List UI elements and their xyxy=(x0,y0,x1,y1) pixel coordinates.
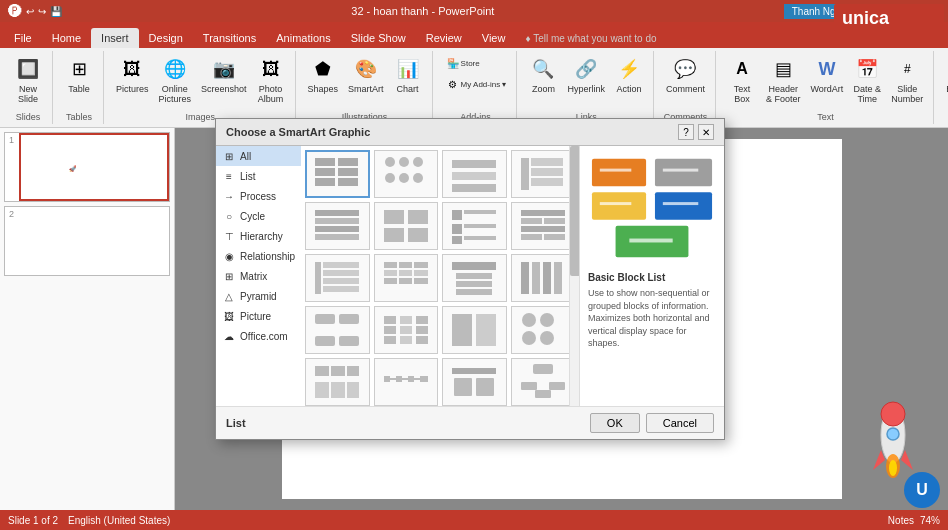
graphic-item-12[interactable] xyxy=(511,254,576,302)
smartart-dialog[interactable]: Choose a SmartArt Graphic ? ✕ ⊞ All ≡ Li… xyxy=(215,118,725,440)
pyramid-icon: △ xyxy=(222,289,236,303)
graphic-item-5[interactable] xyxy=(305,202,369,250)
tab-file[interactable]: File xyxy=(4,28,42,48)
preview-title: Basic Block List xyxy=(588,272,716,283)
zoom-level: 74% xyxy=(920,515,940,526)
graphic-item-19[interactable] xyxy=(442,358,506,406)
ok-button[interactable]: OK xyxy=(590,413,640,433)
tab-animations[interactable]: Animations xyxy=(266,28,340,48)
graphic-item-14[interactable] xyxy=(374,306,438,354)
table-button[interactable]: ⊞ Table xyxy=(61,53,97,96)
screenshot-button[interactable]: 📷 Screenshot xyxy=(197,53,251,96)
graphic-item-20[interactable] xyxy=(511,358,576,406)
dialog-close-button[interactable]: ✕ xyxy=(698,124,714,140)
online-pictures-button[interactable]: 🌐 OnlinePictures xyxy=(155,53,196,106)
ribbon-group-images: 🖼 Pictures 🌐 OnlinePictures 📷 Screenshot… xyxy=(106,51,296,124)
quick-access-undo[interactable]: ↩ xyxy=(26,6,34,17)
category-hierarchy[interactable]: ⊤ Hierarchy xyxy=(216,226,301,246)
tab-transitions[interactable]: Transitions xyxy=(193,28,266,48)
svg-rect-117 xyxy=(663,202,698,205)
svg-rect-51 xyxy=(323,270,359,276)
maximize-button[interactable]: □ xyxy=(896,4,915,19)
category-all[interactable]: ⊞ All xyxy=(216,146,301,166)
svg-point-89 xyxy=(540,331,554,345)
tab-home[interactable]: Home xyxy=(42,28,91,48)
svg-rect-92 xyxy=(347,366,359,376)
graphic-item-1[interactable] xyxy=(305,150,369,198)
header-footer-button[interactable]: ▤ Header& Footer xyxy=(762,53,805,106)
language-indicator: English (United States) xyxy=(68,515,170,526)
dialog-help-button[interactable]: ? xyxy=(678,124,694,140)
graphic-item-11[interactable] xyxy=(442,254,506,302)
cancel-button[interactable]: Cancel xyxy=(646,413,714,433)
store-button[interactable]: 🏪 Store xyxy=(441,53,484,73)
svg-rect-69 xyxy=(543,262,551,294)
ribbon-group-tables: ⊞ Table Tables xyxy=(55,51,104,124)
svg-rect-26 xyxy=(531,158,563,166)
textbox-button[interactable]: A TextBox xyxy=(724,53,760,106)
chart-button[interactable]: 📊 Chart xyxy=(390,53,426,96)
my-addins-button[interactable]: ⚙ My Add-ins ▾ xyxy=(441,74,511,94)
graphic-item-9[interactable] xyxy=(305,254,369,302)
category-cycle[interactable]: ○ Cycle xyxy=(216,206,301,226)
graphic-item-17[interactable] xyxy=(305,358,369,406)
tab-tell-me[interactable]: ♦ Tell me what you want to do xyxy=(515,29,666,48)
graphic-item-10[interactable] xyxy=(374,254,438,302)
shapes-button[interactable]: ⬟ Shapes xyxy=(304,53,343,96)
graphic-item-16[interactable] xyxy=(511,306,576,354)
slide-number-button[interactable]: # SlideNumber xyxy=(887,53,927,106)
close-button[interactable]: ✕ xyxy=(919,4,940,19)
graphic-item-3[interactable] xyxy=(442,150,506,198)
tab-insert[interactable]: Insert xyxy=(91,28,139,48)
svg-rect-46 xyxy=(521,226,565,232)
category-list[interactable]: ≡ List xyxy=(216,166,301,186)
svg-rect-114 xyxy=(655,159,712,187)
tab-view[interactable]: View xyxy=(472,28,516,48)
equation-button[interactable]: π Equation xyxy=(942,53,948,96)
zoom-button[interactable]: 🔍 Zoom xyxy=(525,53,561,96)
svg-rect-33 xyxy=(384,210,404,224)
graphic-item-15[interactable] xyxy=(442,306,506,354)
svg-point-7 xyxy=(889,460,897,476)
slide-thumbnail-2[interactable]: 2 xyxy=(4,206,170,276)
date-time-button[interactable]: 📅 Date &Time xyxy=(849,53,885,106)
user-name[interactable]: Thanh Nguyen xyxy=(784,4,866,19)
tab-slideshow[interactable]: Slide Show xyxy=(341,28,416,48)
quick-access-redo[interactable]: ↪ xyxy=(38,6,46,17)
category-process[interactable]: → Process xyxy=(216,186,301,206)
graphic-item-13[interactable] xyxy=(305,306,369,354)
action-button[interactable]: ⚡ Action xyxy=(611,53,647,96)
category-matrix[interactable]: ⊞ Matrix xyxy=(216,266,301,286)
slide-thumbnail-1[interactable]: 1 🚀 xyxy=(4,132,170,202)
graphic-item-2[interactable] xyxy=(374,150,438,198)
svg-rect-32 xyxy=(315,234,359,240)
svg-rect-23 xyxy=(452,172,496,180)
slide-panel: 1 🚀 2 xyxy=(0,128,175,510)
minimize-button[interactable]: — xyxy=(869,4,892,19)
hyperlink-button[interactable]: 🔗 Hyperlink xyxy=(563,53,609,96)
photo-album-button[interactable]: 🖼 PhotoAlbum xyxy=(253,53,289,106)
smartart-button[interactable]: 🎨 SmartArt xyxy=(344,53,388,96)
save-icon[interactable]: 💾 xyxy=(50,6,62,17)
graphic-item-7[interactable] xyxy=(442,202,506,250)
graphic-item-8[interactable] xyxy=(511,202,576,250)
category-picture[interactable]: 🖼 Picture xyxy=(216,306,301,326)
new-slide-button[interactable]: 🔲 NewSlide xyxy=(10,53,46,106)
ribbon: 🔲 NewSlide Slides ⊞ Table Tables 🖼 Pictu… xyxy=(0,48,948,128)
category-relationship[interactable]: ◉ Relationship xyxy=(216,246,301,266)
tab-review[interactable]: Review xyxy=(416,28,472,48)
notes-button[interactable]: Notes xyxy=(888,515,914,526)
graphic-item-6[interactable] xyxy=(374,202,438,250)
graphic-item-4[interactable] xyxy=(511,150,576,198)
dialog-body: ⊞ All ≡ List → Process ○ Cycle ⊤ Hiera xyxy=(216,146,724,406)
svg-rect-22 xyxy=(452,160,496,168)
category-officecom[interactable]: ☁ Office.com xyxy=(216,326,301,346)
tab-design[interactable]: Design xyxy=(139,28,193,48)
pictures-button[interactable]: 🖼 Pictures xyxy=(112,53,153,96)
svg-rect-48 xyxy=(544,234,565,240)
wordart-button[interactable]: W WordArt xyxy=(806,53,847,96)
comment-button[interactable]: 💬 Comment xyxy=(662,53,709,96)
category-pyramid[interactable]: △ Pyramid xyxy=(216,286,301,306)
svg-rect-35 xyxy=(384,228,404,242)
graphic-item-18[interactable] xyxy=(374,358,438,406)
